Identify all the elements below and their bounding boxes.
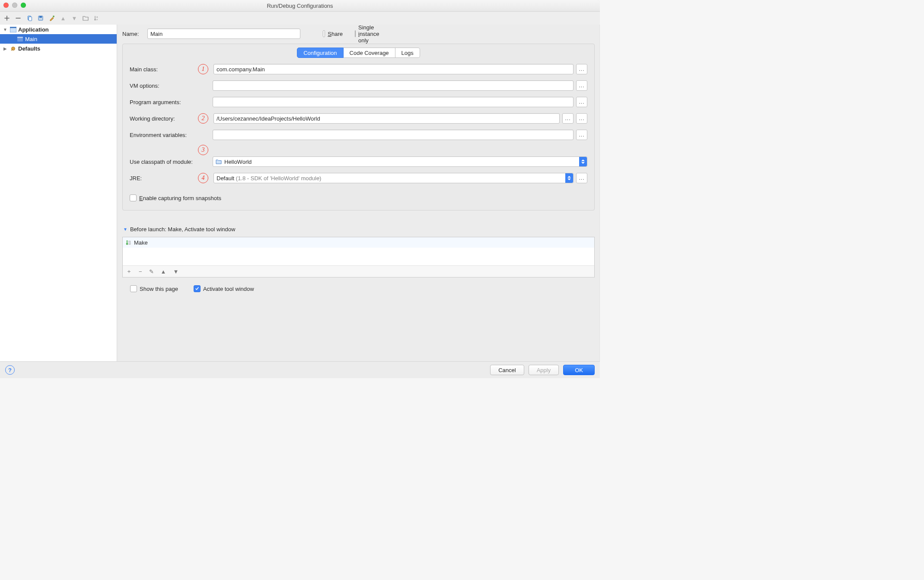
vm-options-input[interactable]: [213, 80, 574, 91]
vm-options-label: VM options:: [130, 83, 194, 89]
tree-node-label: Application: [18, 26, 49, 33]
name-input[interactable]: [147, 29, 300, 39]
working-directory-vars-button[interactable]: ...: [576, 113, 587, 124]
module-icon: [216, 159, 222, 164]
help-button[interactable]: ?: [5, 365, 15, 375]
callout-1: 1: [198, 64, 208, 74]
main-class-browse-button[interactable]: ...: [576, 64, 587, 74]
cancel-button[interactable]: Cancel: [490, 365, 524, 375]
bl-remove-icon[interactable]: −: [139, 268, 142, 275]
bl-edit-icon[interactable]: ✎: [149, 268, 154, 275]
share-label: Share: [328, 31, 343, 37]
run-debug-configurations-dialog: Run/Debug Configurations ▲ ▼ az ▼ Applic…: [0, 0, 600, 378]
tree-node-main[interactable]: Main: [0, 34, 117, 44]
bl-add-icon[interactable]: ＋: [126, 268, 132, 275]
defaults-icon: [10, 45, 16, 52]
callout-2: 2: [198, 113, 208, 124]
minimize-window-button[interactable]: [12, 3, 17, 8]
tree-node-application[interactable]: ▼ Application: [0, 25, 117, 34]
row-environment-variables: Environment variables: ...: [130, 130, 587, 140]
row-working-directory: Working directory: 2 ... ...: [130, 113, 587, 124]
show-this-page-label: Show this page: [140, 286, 178, 292]
before-launch-list: 0110 Make ＋ − ✎ ▲ ▼: [122, 237, 595, 277]
show-this-page-checkbox[interactable]: Show this page: [130, 285, 178, 292]
config-panel: Configuration Code Coverage Logs Main cl…: [122, 44, 595, 210]
dialog-footer: ? Cancel Apply OK: [0, 361, 600, 378]
window-title: Run/Debug Configurations: [267, 3, 333, 9]
svg-rect-1: [29, 17, 32, 21]
tree-node-defaults[interactable]: ▶ Defaults: [0, 44, 117, 53]
disclosure-triangle-icon[interactable]: ▼: [3, 27, 8, 32]
configuration-editor: Name: Share Single instance only Configu…: [117, 25, 600, 361]
config-tabs: Configuration Code Coverage Logs: [123, 44, 594, 62]
add-config-icon[interactable]: [3, 15, 10, 22]
callout-4: 4: [198, 173, 208, 183]
move-up-icon[interactable]: ▲: [60, 15, 67, 22]
single-instance-label: Single instance only: [358, 24, 379, 44]
tree-node-label: Defaults: [18, 45, 40, 52]
save-config-icon[interactable]: [37, 15, 44, 22]
environment-variables-input[interactable]: [213, 130, 574, 140]
row-jre: JRE: 4 Default (1.8 - SDK of 'HelloWorld…: [130, 173, 587, 183]
apply-button[interactable]: Apply: [529, 365, 559, 375]
edit-defaults-icon[interactable]: [48, 15, 55, 22]
configurations-tree: ▼ Application Main ▶: [0, 25, 117, 361]
program-arguments-input[interactable]: [213, 97, 574, 107]
jre-select[interactable]: Default (1.8 - SDK of 'HelloWorld' modul…: [213, 173, 574, 183]
window-controls: [3, 3, 26, 8]
row-program-arguments: Program arguments: ...: [130, 97, 587, 107]
make-icon: 0110: [125, 239, 131, 245]
select-arrows-icon: [565, 173, 573, 183]
program-arguments-expand-button[interactable]: ...: [576, 97, 587, 107]
svg-rect-8: [10, 27, 16, 28]
activate-tool-window-checkbox[interactable]: Activate tool window: [194, 285, 254, 292]
svg-point-4: [53, 16, 54, 17]
tab-configuration[interactable]: Configuration: [297, 48, 343, 58]
copy-config-icon[interactable]: [26, 15, 33, 22]
sort-alpha-icon[interactable]: az: [93, 15, 100, 22]
environment-variables-label: Environment variables:: [130, 132, 194, 138]
bl-move-down-icon[interactable]: ▼: [173, 268, 178, 275]
tab-logs[interactable]: Logs: [395, 48, 420, 58]
share-checkbox[interactable]: Share: [323, 30, 343, 37]
ok-button[interactable]: OK: [563, 365, 595, 375]
svg-rect-10: [17, 37, 23, 38]
before-launch-toolbar: ＋ − ✎ ▲ ▼: [123, 265, 594, 277]
tree-node-label: Main: [25, 36, 37, 42]
jre-label: JRE:: [130, 175, 194, 182]
working-directory-input[interactable]: [213, 113, 560, 124]
module-classpath-label: Use classpath of module:: [130, 159, 194, 165]
close-window-button[interactable]: [3, 3, 9, 8]
before-launch-title: Before launch: Make, Activate tool windo…: [130, 226, 236, 233]
working-directory-label: Working directory:: [130, 115, 194, 122]
main-class-label: Main class:: [130, 66, 194, 73]
remove-config-icon[interactable]: [15, 15, 22, 22]
disclosure-triangle-icon[interactable]: ▶: [3, 46, 8, 51]
vm-options-expand-button[interactable]: ...: [576, 80, 587, 91]
titlebar: Run/Debug Configurations: [0, 0, 600, 12]
jre-value: Default (1.8 - SDK of 'HelloWorld' modul…: [217, 175, 321, 182]
tab-code-coverage[interactable]: Code Coverage: [344, 48, 395, 58]
run-config-icon: [16, 35, 23, 42]
jre-browse-button[interactable]: ...: [576, 173, 587, 183]
svg-text:10: 10: [128, 242, 131, 245]
zoom-window-button[interactable]: [21, 3, 26, 8]
before-launch-header[interactable]: ▼ Before launch: Make, Activate tool win…: [122, 223, 595, 233]
name-row: Name: Share Single instance only: [122, 27, 595, 40]
enable-form-snapshots-label: Enable capturing form snapshots: [139, 195, 221, 201]
bl-move-up-icon[interactable]: ▲: [161, 268, 166, 275]
before-launch-item[interactable]: 0110 Make: [123, 237, 594, 248]
move-down-icon[interactable]: ▼: [71, 15, 78, 22]
callout-3: 3: [198, 145, 208, 155]
row-module-classpath: Use classpath of module: HelloWorld: [130, 156, 587, 167]
environment-variables-edit-button[interactable]: ...: [576, 130, 587, 140]
enable-form-snapshots-checkbox[interactable]: Enable capturing form snapshots: [130, 194, 221, 201]
working-directory-browse-button[interactable]: ...: [562, 113, 574, 124]
module-classpath-value: HelloWorld: [224, 159, 252, 165]
disclosure-triangle-icon[interactable]: ▼: [123, 227, 127, 232]
folder-icon[interactable]: [82, 15, 89, 22]
before-launch-item-label: Make: [134, 239, 148, 246]
module-classpath-select[interactable]: HelloWorld: [213, 156, 587, 167]
main-class-input[interactable]: [213, 64, 574, 74]
single-instance-checkbox[interactable]: Single instance only: [355, 24, 375, 44]
